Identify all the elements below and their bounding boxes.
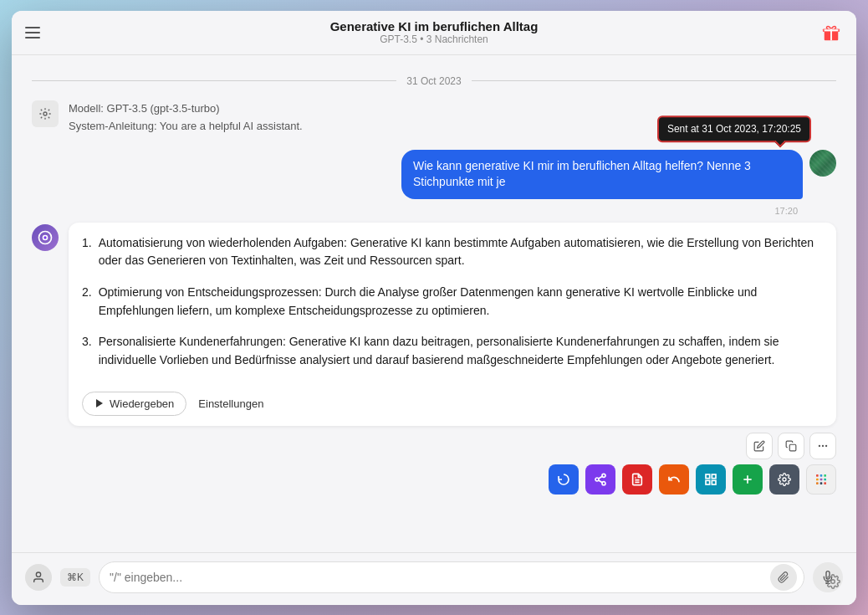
svg-point-36 [36,572,40,577]
date-label: 31 Oct 2023 [406,75,461,87]
ai-message-row: 1. Automatisierung von wiederholenden Au… [12,223,856,426]
header-center: Generative KI im beruflichen Alltag GPT-… [330,19,539,45]
instruction-line: System-Anleitung: You are a helpful AI a… [69,118,303,135]
svg-line-17 [599,476,603,479]
chat-input-wrapper [99,561,804,593]
svg-point-39 [831,579,835,583]
model-line: Modell: GPT-3.5 (gpt-3.5-turbo) [69,100,303,117]
attach-button[interactable] [770,564,797,591]
settings-text-button[interactable]: Einstellungen [195,392,267,415]
plugin-layout-button[interactable] [696,464,726,495]
system-text: Modell: GPT-3.5 (gpt-3.5-turbo) System-A… [69,100,303,136]
plugin-settings-button[interactable] [769,464,799,495]
svg-marker-8 [96,399,103,407]
voice-button[interactable] [25,564,52,591]
list-item: 3. Personalisierte Kundenerfahrungen: Ge… [82,333,823,369]
edit-icon-btn[interactable] [746,433,773,459]
svg-point-10 [819,445,820,447]
svg-rect-35 [824,482,826,484]
date-line-left [32,80,396,81]
header-subtitle: GPT-3.5 • 3 Nachrichten [330,33,539,45]
header-left [25,23,45,43]
ai-content: 1. Automatisierung von wiederholenden Au… [69,223,836,426]
sent-tooltip: Sent at 31 Oct 2023, 17:20:25 [657,115,811,143]
plugin-undo-button[interactable] [659,464,689,495]
plugin-grid-button[interactable] [806,464,836,495]
copy-icon-btn[interactable] [778,433,804,459]
menu-button[interactable] [25,23,45,43]
more-icon-btn[interactable] [809,433,836,459]
list-item: 2. Optimierung von Entscheidungsprozesse… [82,284,823,320]
ai-avatar [32,224,59,251]
system-avatar [32,100,59,127]
user-message-text: Wie kann generative KI mir im berufliche… [413,159,751,189]
svg-rect-20 [706,474,710,479]
plugin-sync-button[interactable] [549,464,579,495]
input-area: ⌘K [12,552,856,605]
play-button[interactable]: Wiedergeben [82,392,186,416]
svg-point-15 [602,481,605,484]
svg-rect-9 [789,444,796,451]
cmd-badge: ⌘K [60,568,90,587]
user-avatar [809,150,836,177]
ai-list: 1. Automatisierung von wiederholenden Au… [82,234,823,370]
plugin-share-button[interactable] [585,464,615,495]
svg-rect-27 [816,474,819,477]
svg-point-12 [825,445,827,447]
svg-point-26 [783,478,786,481]
date-line-right [472,80,836,81]
list-item: 1. Automatisierung von wiederholenden Au… [82,234,823,270]
svg-point-7 [43,236,46,238]
svg-line-16 [599,480,603,483]
message-icons [12,433,856,464]
svg-rect-30 [816,478,819,480]
header: Generative KI im beruflichen Alltag GPT-… [12,11,856,55]
plugin-add-button[interactable] [733,464,763,495]
date-separator: 31 Oct 2023 [32,75,836,87]
user-timestamp: 17:20 [12,206,856,223]
svg-rect-33 [816,482,819,484]
chat-input[interactable] [100,562,770,592]
svg-rect-34 [820,482,823,484]
svg-rect-28 [820,474,823,477]
svg-point-14 [595,478,599,481]
svg-rect-32 [824,478,826,480]
ai-actions: Wiedergeben Einstellungen [82,383,823,426]
svg-rect-21 [712,474,716,479]
svg-rect-29 [824,474,826,477]
header-right [819,21,843,44]
user-message-row: Wie kann generative KI mir im berufliche… [12,150,856,199]
svg-point-13 [602,474,605,477]
gift-icon[interactable] [819,21,843,44]
plugin-bar [12,464,856,501]
bottom-settings-icon[interactable] [823,571,843,592]
svg-rect-22 [712,480,716,484]
svg-point-11 [822,445,824,447]
plugin-doc-button[interactable] [622,464,652,495]
chat-area: 31 Oct 2023 Modell: GPT-3.5 (gpt-3.5-tur… [12,55,856,552]
user-bubble[interactable]: Wie kann generative KI mir im berufliche… [401,150,803,199]
svg-point-4 [43,112,47,115]
page-title: Generative KI im beruflichen Alltag [330,19,539,33]
svg-rect-31 [820,478,823,480]
svg-rect-23 [706,480,710,484]
